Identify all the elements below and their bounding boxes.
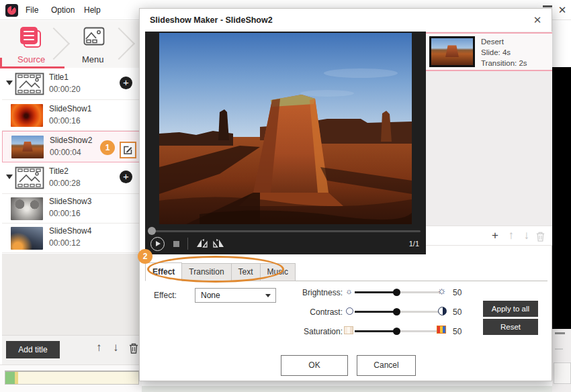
saturation-row: Saturation: 50 [294, 326, 462, 337]
app-logo-icon [5, 4, 18, 17]
ok-button[interactable]: OK [281, 355, 348, 376]
collapse-triangle-icon[interactable] [6, 81, 13, 85]
title-frame-icon [15, 166, 44, 189]
brightness-label: Brightness: [302, 288, 343, 297]
cancel-button[interactable]: Cancel [357, 355, 416, 376]
item-name: SlideShow1 [49, 104, 91, 113]
title-list-toolbar: Add title ↑ ↓ [2, 335, 142, 364]
slide-page-indicator: 1/1 [409, 240, 419, 248]
active-tab-indicator-edge [0, 58, 2, 68]
contrast-slider[interactable] [355, 311, 441, 313]
brightness-slider-handle[interactable] [393, 289, 400, 296]
slide-up-icon[interactable]: ↑ [509, 229, 515, 242]
collapse-triangle-icon[interactable] [6, 175, 13, 179]
edit-pencil-icon [123, 145, 133, 155]
desert-slide-thumbnail [429, 36, 475, 67]
contrast-slider-handle[interactable] [393, 308, 400, 315]
item-name: Title1 [49, 72, 69, 82]
brightness-low-icon: ☼ [345, 287, 353, 296]
dialog-close-button[interactable]: ✕ [531, 14, 543, 26]
list-item-slideshow1[interactable]: SlideShow1 00:00:16 [2, 100, 142, 131]
item-duration: 00:00:12 [49, 238, 81, 248]
slideshow2-thumbnail [11, 136, 44, 158]
slide-trash-icon[interactable] [535, 231, 545, 242]
desert-preview-image [159, 33, 412, 224]
item-duration: 00:00:16 [49, 209, 81, 218]
reset-button[interactable]: Reset [483, 319, 538, 335]
item-name: Title2 [49, 166, 69, 176]
saturation-slider-handle[interactable] [393, 328, 400, 335]
item-name: SlideShow2 [50, 136, 92, 145]
title-list-empty-area [2, 254, 142, 335]
contrast-row: Contrast: 50 [294, 307, 462, 317]
list-item-title2[interactable]: Title2 00:00:28 + [2, 162, 142, 194]
list-item-slideshow3[interactable]: SlideShow3 00:00:16 [2, 194, 142, 224]
play-icon [156, 241, 161, 246]
slide-transition: Transition: 2s [481, 59, 527, 67]
menu-option[interactable]: Option [51, 5, 75, 15]
rotate-right-icon[interactable] [212, 238, 224, 248]
effect-dropdown[interactable]: None [195, 288, 276, 303]
disc-capacity-bar [5, 371, 139, 385]
item-duration: 00:00:16 [49, 116, 81, 126]
menu-image-icon [83, 27, 105, 46]
item-name: SlideShow4 [49, 226, 91, 236]
list-item-title1[interactable]: Title1 00:00:20 + [2, 68, 142, 100]
chevron-separator [103, 28, 135, 60]
brightness-slider[interactable] [355, 291, 441, 293]
capacity-used-segment [5, 372, 15, 384]
seek-bar[interactable] [150, 230, 421, 232]
add-slideshow-button[interactable]: + [120, 170, 132, 183]
slide-name: Desert [481, 38, 504, 46]
annotation-tabs-ellipse [147, 256, 284, 283]
add-slideshow-button[interactable]: + [120, 77, 132, 89]
move-up-icon[interactable]: ↑ [96, 341, 102, 354]
slide-duration: Slide: 4s [481, 48, 511, 56]
rotate-left-icon[interactable] [196, 238, 208, 248]
stop-button[interactable] [173, 241, 179, 247]
edit-slideshow-button[interactable] [120, 142, 136, 158]
apply-to-all-button[interactable]: Apply to all [483, 301, 538, 317]
contrast-high-icon [438, 307, 447, 315]
add-title-button[interactable]: Add title [6, 341, 60, 358]
contrast-label: Contrast: [310, 307, 343, 317]
effect-label: Effect: [154, 291, 177, 300]
preview-player: 1/1 [145, 32, 426, 254]
item-name: SlideShow3 [49, 197, 91, 206]
disc-capacity-area [0, 364, 142, 392]
annotation-step1-badge: 1 [100, 140, 115, 155]
source-icon [20, 27, 40, 47]
move-down-icon[interactable]: ↓ [113, 341, 119, 354]
title-frame-icon [15, 72, 44, 95]
brightness-high-icon: ☼ [437, 285, 447, 297]
nav-tab-source-label: Source [17, 54, 45, 64]
contrast-value: 50 [453, 307, 462, 317]
seek-handle[interactable] [148, 227, 156, 235]
background-control-dash [555, 348, 563, 350]
saturation-label: Saturation: [304, 327, 343, 336]
annotation-step2-badge: 2 [138, 249, 152, 264]
item-duration: 00:00:28 [49, 179, 81, 188]
window-close-button[interactable]: ✕ [556, 4, 568, 16]
effect-dropdown-value: None [201, 291, 220, 300]
slideshow3-thumbnail [11, 197, 43, 220]
contrast-low-icon [346, 307, 353, 315]
add-slide-icon[interactable]: + [492, 229, 498, 242]
slide-down-icon[interactable]: ↓ [524, 229, 530, 242]
slide-list-panel: Desert Slide: 4s Transition: 2s [426, 32, 552, 226]
menu-file[interactable]: File [26, 5, 38, 15]
delete-trash-icon[interactable] [128, 342, 139, 354]
slideshow1-thumbnail [11, 104, 43, 127]
app-window: File Option Help ✕ Source Menu [0, 0, 571, 392]
main-preview-edge [552, 67, 571, 329]
saturation-slider[interactable] [355, 330, 441, 332]
title-list-panel: Title1 00:00:20 + SlideShow1 00:00:16 Sl… [2, 68, 142, 254]
window-minimize-button[interactable] [543, 5, 552, 7]
menu-help[interactable]: Help [84, 5, 101, 15]
saturation-high-icon [437, 326, 446, 334]
list-item-slideshow2-selected[interactable]: SlideShow2 00:00:04 1 [2, 131, 142, 162]
slide-list-item-selected[interactable]: Desert Slide: 4s Transition: 2s [426, 32, 552, 71]
list-item-slideshow4[interactable]: SlideShow4 00:00:12 [2, 224, 142, 253]
nav-tab-strip: Source Menu [0, 21, 139, 68]
play-button[interactable] [150, 237, 165, 251]
